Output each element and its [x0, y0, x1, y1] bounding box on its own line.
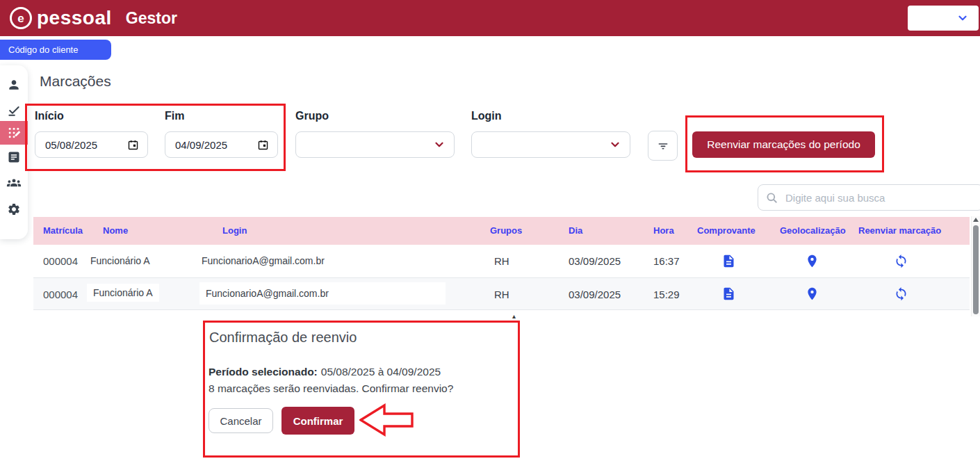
modal-title: Confirmação de reenvio [209, 330, 357, 346]
cell-grupos: RH [494, 245, 509, 277]
col-hora: Hora [653, 217, 674, 245]
person-icon [7, 78, 21, 92]
fim-date-input[interactable]: 04/09/2025 [165, 131, 278, 158]
geolocalizacao-button[interactable] [805, 254, 820, 269]
cell-login: FuncionarioA@gmail.com.br [199, 282, 446, 305]
modal-period-label: Período selecionado: [209, 366, 318, 378]
epessoal-logo-icon: e [10, 7, 32, 29]
search-icon [765, 191, 778, 204]
modal-period-value: 05/08/2025 à 04/09/2025 [321, 366, 441, 378]
login-label: Login [471, 110, 502, 122]
sidebar-item-marcacoes-active[interactable] [0, 121, 28, 145]
fim-label: Fim [165, 110, 184, 122]
sidebar [0, 65, 28, 239]
calendar-icon [127, 139, 139, 151]
sidebar-item-reports[interactable] [0, 145, 28, 169]
document-icon [721, 286, 736, 301]
article-icon [7, 150, 21, 164]
cell-matricula: 000004 [43, 278, 78, 311]
cell-nome: Funcionário A [87, 284, 159, 302]
cell-dia: 03/09/2025 [569, 278, 621, 311]
geolocalizacao-button[interactable] [805, 286, 820, 302]
sidebar-item-settings[interactable] [0, 197, 28, 221]
sync-icon [894, 254, 908, 268]
col-login: Login [222, 217, 247, 245]
groups-icon [6, 175, 22, 191]
scroll-up-arrow[interactable] [973, 218, 979, 222]
col-geolocalizacao: Geolocalização [780, 217, 846, 245]
chevron-down-icon [956, 12, 969, 24]
annotation-arrow [359, 403, 415, 438]
gear-icon [7, 202, 21, 216]
cell-nome-text: Funcionário A [87, 284, 159, 302]
grupo-select[interactable] [295, 131, 455, 158]
col-nome: Nome [103, 217, 128, 245]
confirm-button[interactable]: Confirmar [281, 407, 354, 435]
calendar-icon [257, 139, 269, 151]
brand-name: pessoal [37, 7, 112, 29]
chevron-down-icon [609, 138, 621, 151]
brand-logo: e pessoal Gestor [10, 8, 177, 29]
grupo-label: Grupo [295, 110, 329, 122]
cell-login-text: FuncionarioA@gmail.com.br [199, 282, 446, 305]
reenviar-marcacao-button[interactable] [894, 286, 909, 302]
table-row: 000004 Funcionário A FuncionarioA@gmail.… [33, 277, 970, 310]
table-row: 000004 Funcionário A FuncionarioA@gmail.… [33, 245, 970, 277]
table-header: Matrícula Nome Login Grupos Dia Hora Com… [33, 217, 970, 245]
filter-list-icon [657, 140, 669, 152]
scrollbar-thumb[interactable] [973, 225, 979, 314]
search-box [758, 184, 980, 211]
document-icon [721, 254, 736, 268]
cancel-button[interactable]: Cancelar [209, 408, 273, 433]
app-header: e pessoal Gestor [0, 0, 980, 36]
cell-grupos: RH [494, 278, 509, 311]
modal-period-line: Período selecionado:05/08/2025 à 04/09/2… [209, 366, 441, 378]
col-reenviar-marcacao: Reenviar marcação [858, 217, 941, 245]
cell-hora: 16:37 [653, 245, 680, 277]
chevron-down-icon [433, 138, 446, 151]
cell-login: FuncionarioA@gmail.com.br [202, 245, 325, 277]
search-input[interactable] [784, 191, 976, 204]
sync-icon [894, 286, 908, 301]
more-filters-button[interactable] [648, 131, 678, 161]
resend-period-button[interactable]: Reenviar marcações do período [692, 131, 875, 158]
sidebar-item-user[interactable] [0, 73, 28, 97]
sidebar-item-approvals[interactable] [0, 99, 28, 122]
brand-product: Gestor [126, 9, 177, 28]
cell-hora: 15:29 [653, 278, 680, 311]
modal-message: 8 marcações serão reenviadas. Confirmar … [209, 382, 453, 395]
inicio-label: Início [35, 110, 64, 122]
cell-nome: Funcionário A [90, 245, 150, 277]
user-dropdown[interactable] [908, 6, 979, 31]
col-grupos: Grupos [490, 217, 522, 245]
col-comprovante: Comprovante [697, 217, 756, 245]
check-underline-icon [7, 104, 21, 118]
inicio-date-input[interactable]: 05/08/2025 [35, 131, 148, 158]
reenviar-marcacao-button[interactable] [894, 254, 909, 269]
location-pin-icon [805, 286, 819, 301]
comprovante-button[interactable] [721, 286, 737, 302]
page-title: Marcações [40, 73, 111, 90]
table-scrollbar[interactable] [971, 216, 980, 316]
client-code-button[interactable]: Código do cliente [0, 40, 111, 60]
resize-caret: ▴ [512, 312, 516, 320]
fim-date-value: 04/09/2025 [175, 139, 257, 151]
login-select[interactable] [471, 131, 630, 158]
cell-matricula: 000004 [43, 245, 78, 277]
sidebar-item-teams[interactable] [0, 171, 28, 195]
comprovante-button[interactable] [721, 254, 737, 269]
app-registration-icon [7, 126, 21, 140]
cell-dia: 03/09/2025 [569, 245, 621, 277]
inicio-date-value: 05/08/2025 [45, 139, 127, 151]
col-matricula: Matrícula [43, 217, 83, 245]
col-dia: Dia [569, 217, 582, 245]
location-pin-icon [805, 254, 819, 268]
